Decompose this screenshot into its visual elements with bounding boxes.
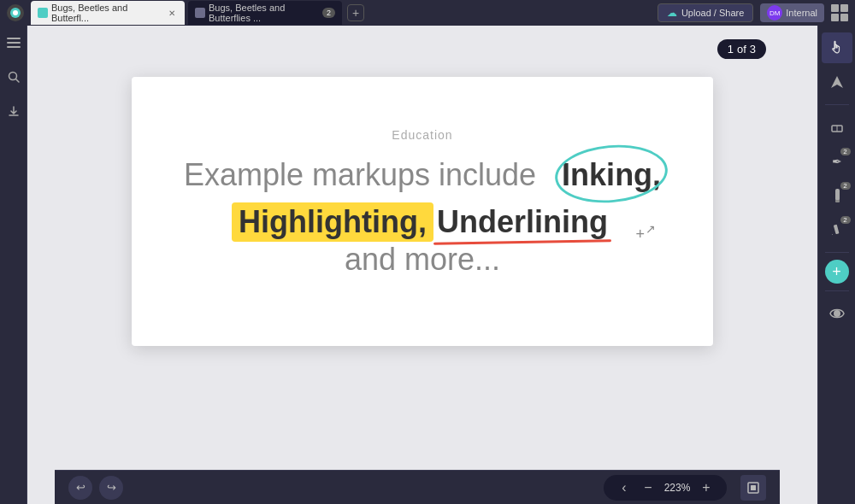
svg-marker-10: [831, 76, 843, 88]
zoom-value: 223%: [662, 482, 693, 494]
svg-point-16: [834, 310, 840, 317]
upload-share-label: Upload / Share: [681, 8, 744, 18]
zoom-plus-button[interactable]: +: [696, 478, 716, 498]
redo-button[interactable]: ↪: [99, 476, 123, 500]
fit-page-button[interactable]: [740, 475, 766, 501]
svg-rect-3: [7, 42, 21, 44]
page-counter: 1 of 3: [717, 39, 766, 59]
hand-tool-button[interactable]: [822, 32, 852, 63]
zoom-prev-button[interactable]: ‹: [614, 478, 634, 498]
marker-tool-button[interactable]: 2: [822, 180, 852, 211]
svg-rect-13: [835, 189, 840, 201]
pen-icon: ✒: [832, 155, 842, 168]
tab-inactive-label: Bugs, Beetles and Butterflies ...: [209, 3, 315, 23]
document-viewer: 1 of 3 Education Example markups include…: [27, 26, 817, 504]
tool-separator-3: [825, 290, 849, 291]
highlight-word: Highlighting,: [232, 202, 433, 242]
arrow-tool-button[interactable]: [822, 67, 852, 97]
tab-badge: 2: [322, 8, 335, 18]
upload-share-button[interactable]: ☁ Upload / Share: [657, 3, 753, 22]
pencil-badge: 2: [840, 216, 851, 224]
topbar: Bugs, Beetles and Butterfl... ✕ Bugs, Be…: [0, 0, 855, 26]
svg-rect-15: [833, 225, 839, 235]
undo-button[interactable]: ↩: [68, 476, 92, 500]
slide-category: Education: [392, 128, 452, 142]
bottom-toolbar: ↩ ↪ ‹ − 223% +: [55, 470, 780, 504]
underline-word: Underlining: [437, 204, 608, 240]
tool-separator-1: [825, 104, 849, 105]
marker-badge: 2: [840, 182, 851, 190]
page-total: 3: [750, 43, 756, 56]
tab-active-label: Bugs, Beetles and Butterfl...: [51, 3, 160, 23]
svg-line-6: [15, 79, 19, 83]
download-button[interactable]: [3, 101, 24, 121]
right-toolbar: ✒ 2 2 2 +: [817, 26, 855, 504]
inking-circle-decoration: [552, 140, 669, 207]
svg-rect-4: [7, 46, 21, 48]
add-tab-button[interactable]: +: [347, 4, 364, 21]
more-text: and more...: [345, 242, 500, 278]
pencil-tool-button[interactable]: 2: [822, 214, 852, 245]
crosshair-cursor: + ↗: [635, 226, 645, 243]
tab-inactive[interactable]: Bugs, Beetles and Butterflies ... 2: [188, 1, 342, 25]
user-avatar: DM: [767, 5, 782, 21]
dm-badge: DM Internal: [760, 3, 824, 22]
search-button[interactable]: [3, 67, 24, 87]
pen-badge: 2: [840, 148, 851, 155]
tool-separator-2: [825, 252, 849, 253]
view-tool-button[interactable]: [822, 298, 852, 329]
grid-menu-icon[interactable]: [831, 4, 848, 21]
topbar-right: ☁ Upload / Share DM Internal: [657, 3, 848, 22]
page-separator: of: [737, 43, 746, 56]
left-sidebar: [0, 26, 27, 504]
svg-rect-9: [751, 485, 756, 490]
tab-doc-icon-2: [195, 8, 205, 18]
menu-button[interactable]: [3, 32, 24, 53]
add-tool-button[interactable]: +: [825, 260, 849, 284]
app-icon[interactable]: [7, 4, 24, 21]
zoom-controls: ‹ − 223% +: [604, 475, 727, 501]
slide-line1: Example markups include Inking,: [184, 155, 661, 196]
cloud-icon: ☁: [667, 7, 677, 19]
slide-container: Education Example markups include Inking…: [132, 77, 713, 346]
tab-close-button[interactable]: ✕: [167, 7, 178, 19]
slide-line2: Highlighting, Underlining and more...: [166, 202, 679, 278]
page-current: 1: [728, 43, 734, 56]
internal-label: Internal: [786, 8, 817, 18]
eraser-tool-button[interactable]: [822, 112, 852, 143]
inking-word: Inking,: [562, 155, 661, 196]
tab-active[interactable]: Bugs, Beetles and Butterfl... ✕: [31, 1, 185, 25]
svg-point-1: [13, 10, 18, 15]
pen-tool-button[interactable]: ✒ 2: [822, 146, 852, 177]
svg-rect-2: [7, 38, 21, 39]
svg-rect-14: [835, 200, 840, 202]
tab-doc-icon: [38, 8, 48, 18]
zoom-minus-button[interactable]: −: [638, 478, 658, 498]
line1-prefix: Example markups include: [184, 157, 536, 192]
main-area: 1 of 3 Education Example markups include…: [0, 26, 855, 504]
